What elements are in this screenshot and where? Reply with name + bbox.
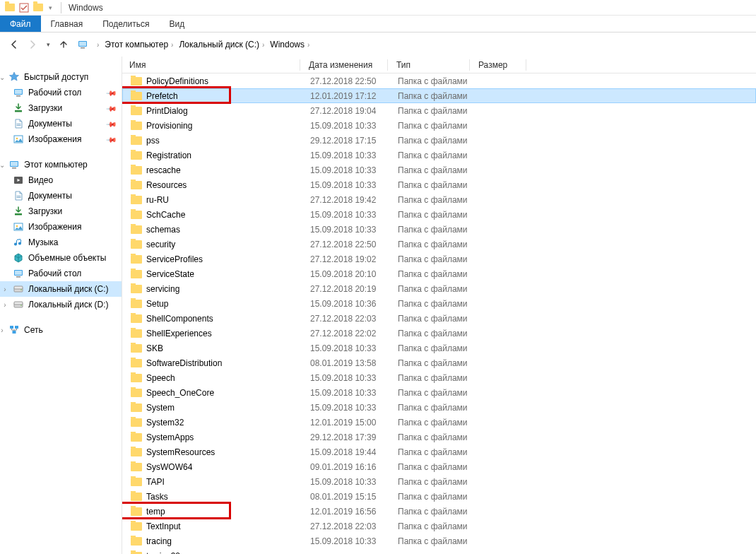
sidebar-item-label: Объемные объекты [28, 253, 106, 263]
expand-icon[interactable]: › [1, 301, 8, 309]
sidebar-network[interactable]: ›Сеть [0, 322, 122, 338]
sidebar-pc-item-3[interactable]: Изображения [0, 219, 122, 235]
crumb-drive-c[interactable]: Локальный диск (C:)› [176, 37, 267, 52]
crumb-windows[interactable]: Windows› [267, 37, 312, 52]
folder-name: Speech [146, 373, 175, 383]
svg-rect-2 [79, 42, 86, 46]
expand-icon[interactable]: › [0, 326, 6, 334]
folder-row[interactable]: Speech15.09.2018 10:33Папка с файлами [122, 370, 756, 385]
folder-row[interactable]: SysWOW6409.01.2019 16:16Папка с файлами [122, 459, 756, 474]
3d-icon [13, 252, 24, 264]
crumb-this-pc[interactable]: Этот компьютер› [102, 37, 176, 52]
sidebar-item-label: Изображения [28, 222, 81, 232]
sidebar-pc-item-5[interactable]: Объемные объекты [0, 250, 122, 266]
folder-row[interactable]: PrintDialog27.12.2018 19:04Папка с файла… [122, 103, 756, 118]
sidebar-pc-item-1[interactable]: Документы [0, 188, 122, 204]
folder-row[interactable]: servicing27.12.2018 20:19Папка с файлами [122, 281, 756, 296]
folder-row[interactable]: Tasks08.01.2019 15:15Папка с файлами [122, 489, 756, 504]
folder-type: Папка с файлами [394, 165, 476, 175]
folder-date: 27.12.2018 20:19 [306, 284, 394, 294]
folder-row[interactable]: schemas15.09.2018 10:33Папка с файлами [122, 222, 756, 237]
folder-name: ServiceProfiles [146, 254, 203, 264]
folder-row[interactable]: TAPI15.09.2018 10:33Папка с файлами [122, 474, 756, 489]
folder-row[interactable]: Speech_OneCore15.09.2018 10:33Папка с фа… [122, 385, 756, 400]
tab-file[interactable]: Файл [0, 16, 41, 32]
nav-up-button[interactable] [55, 36, 72, 53]
sidebar-pc-item-4[interactable]: Музыка [0, 235, 122, 250]
folder-row[interactable]: SystemResources15.09.2018 19:44Папка с ф… [122, 444, 756, 459]
sidebar-pc-item-2[interactable]: Загрузки [0, 204, 122, 219]
tab-share[interactable]: Поделиться [93, 16, 159, 32]
column-date[interactable]: Дата изменения [305, 57, 392, 73]
folder-row[interactable]: PolicyDefinitions27.12.2018 22:50Папка с… [122, 73, 756, 88]
folder-row[interactable]: ru-RU27.12.2018 19:42Папка с файлами [122, 192, 756, 207]
sidebar-quick-item-2[interactable]: Документы📌 [0, 116, 122, 131]
column-label: Имя [129, 60, 146, 70]
folder-name: ShellComponents [146, 314, 213, 324]
folder-name: Setup [146, 299, 168, 309]
expand-icon[interactable]: ⌄ [0, 161, 6, 169]
column-size[interactable]: Размер [474, 57, 531, 73]
folder-row[interactable]: security27.12.2018 22:50Папка с файлами [122, 237, 756, 252]
folder-row[interactable]: SystemApps29.12.2018 17:39Папка с файлам… [122, 430, 756, 444]
folder-row[interactable]: SoftwareDistribution08.01.2019 13:58Папк… [122, 355, 756, 370]
folder-name: tracing [146, 536, 172, 546]
folder-row[interactable]: pss29.12.2018 17:15Папка с файлами [122, 133, 756, 148]
qat-new-folder-icon[interactable] [33, 2, 44, 13]
folder-row[interactable]: Registration15.09.2018 10:33Папка с файл… [122, 148, 756, 163]
svg-rect-16 [17, 196, 21, 196]
folder-row[interactable]: ServiceState15.09.2018 20:10Папка с файл… [122, 266, 756, 281]
folder-row[interactable]: Provisioning15.09.2018 10:33Папка с файл… [122, 118, 756, 133]
folder-row[interactable]: ServiceProfiles27.12.2018 19:02Папка с ф… [122, 252, 756, 266]
folder-type: Папка с файлами [394, 106, 476, 116]
tab-view[interactable]: Вид [159, 16, 194, 32]
folder-row[interactable]: SchCache15.09.2018 10:33Папка с файлами [122, 207, 756, 222]
expand-icon[interactable]: ⌄ [0, 73, 6, 81]
folder-row[interactable]: ShellComponents27.12.2018 22:03Папка с ф… [122, 311, 756, 326]
sidebar-pc-item-7[interactable]: ›Локальный диск (C:) [0, 281, 122, 297]
nav-forward-button[interactable] [24, 36, 41, 53]
folder-row[interactable]: TextInput27.12.2018 22:03Папка с файлами [122, 519, 756, 534]
folder-row[interactable]: SKB15.09.2018 10:33Папка с файлами [122, 341, 756, 355]
sidebar-pc-item-0[interactable]: Видео [0, 172, 122, 188]
qat-properties-icon[interactable] [18, 2, 30, 13]
folder-date: 08.01.2019 15:15 [306, 492, 394, 502]
folder-date: 08.01.2019 13:58 [306, 358, 394, 368]
folder-row[interactable]: ShellExperiences27.12.2018 22:02Папка с … [122, 326, 756, 341]
content-pane: Имя Дата изменения Тип Размер PolicyDefi… [122, 57, 756, 554]
tab-home[interactable]: Главная [41, 16, 93, 32]
folder-row[interactable]: temp12.01.2019 16:56Папка с файлами [122, 504, 756, 519]
svg-point-26 [20, 289, 22, 290]
folder-row[interactable]: Resources15.09.2018 10:33Папка с файлами [122, 177, 756, 192]
nav-recent-dropdown[interactable]: ▾ [42, 36, 54, 53]
folder-type: Папка с файлами [394, 536, 476, 546]
folder-row[interactable]: Setup15.09.2018 10:36Папка с файлами [122, 296, 756, 311]
folder-row[interactable]: tracing15.09.2018 10:33Папка с файлами [122, 534, 756, 548]
column-headers: Имя Дата изменения Тип Размер [122, 57, 756, 73]
file-list[interactable]: PolicyDefinitions27.12.2018 22:50Папка с… [122, 73, 756, 554]
folder-icon [131, 239, 142, 250]
folder-row[interactable]: twain_32 [122, 548, 756, 554]
crumb-root-chevron[interactable]: › [91, 37, 102, 52]
sidebar-item-label: Локальный диск (D:) [28, 300, 109, 310]
column-type[interactable]: Тип [392, 57, 474, 73]
sidebar-pc-item-6[interactable]: Рабочий стол [0, 266, 122, 281]
sidebar-this-pc[interactable]: ⌄Этот компьютер [0, 157, 122, 172]
folder-row[interactable]: System3212.01.2019 15:00Папка с файлами [122, 415, 756, 430]
folder-row[interactable]: rescache15.09.2018 10:33Папка с файлами [122, 163, 756, 177]
folder-row[interactable]: Prefetch12.01.2019 17:12Папка с файлами [122, 88, 756, 103]
sidebar-quick-item-1[interactable]: Загрузки📌 [0, 100, 122, 116]
folder-name: twain_32 [146, 551, 180, 555]
qat-dropdown-icon[interactable]: ▾ [47, 2, 54, 13]
folder-row[interactable]: System15.09.2018 10:33Папка с файлами [122, 400, 756, 415]
address-bar[interactable]: › Этот компьютер› Локальный диск (C:)› W… [73, 36, 750, 53]
expand-icon[interactable]: › [1, 285, 8, 293]
sidebar-quick-access[interactable]: ⌄Быстрый доступ [0, 69, 122, 85]
sidebar-pc-item-8[interactable]: ›Локальный диск (D:) [0, 297, 122, 312]
column-name[interactable]: Имя [125, 57, 305, 73]
sidebar-quick-item-0[interactable]: Рабочий стол📌 [0, 85, 122, 100]
folder-type: Папка с файлами [394, 388, 476, 398]
drive-icon [13, 299, 24, 310]
nav-back-button[interactable] [6, 36, 23, 53]
sidebar-quick-item-3[interactable]: Изображения📌 [0, 131, 122, 147]
